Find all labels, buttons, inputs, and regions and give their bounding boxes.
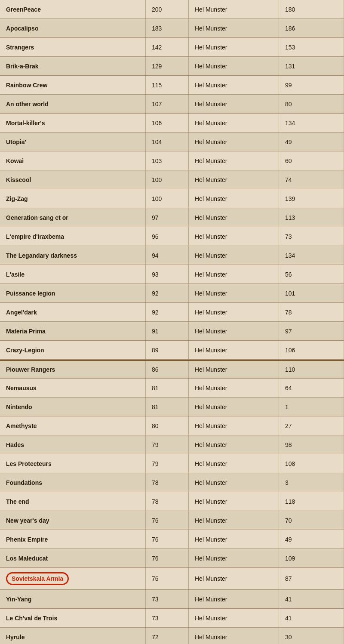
score-value: 78 bbox=[146, 492, 189, 511]
score-value: 81 bbox=[146, 379, 189, 397]
guild-name: Materia Prima bbox=[0, 322, 146, 340]
server-name: Hel Munster bbox=[189, 19, 279, 37]
score-value: 76 bbox=[146, 549, 189, 567]
guild-name: Angel'dark bbox=[0, 303, 146, 321]
guild-name: Le Ch'val de Trois bbox=[0, 609, 146, 627]
table-row: Rainbow Crew115Hel Munster99 bbox=[0, 76, 344, 95]
table-row: Puissance legion92Hel Munster101 bbox=[0, 284, 344, 303]
secondary-score: 153 bbox=[279, 38, 344, 56]
score-value: 76 bbox=[146, 568, 189, 589]
guild-name: Apocalipso bbox=[0, 19, 146, 37]
guild-name: Hades bbox=[0, 435, 146, 454]
server-name: Hel Munster bbox=[189, 549, 279, 567]
guild-name: Nintendo bbox=[0, 397, 146, 416]
server-name: Hel Munster bbox=[189, 95, 279, 113]
guild-name: L'empire d'iraxbema bbox=[0, 227, 146, 246]
guild-name: Sovietskaia Armia bbox=[0, 568, 146, 589]
secondary-score: 41 bbox=[279, 590, 344, 608]
server-name: Hel Munster bbox=[189, 435, 279, 454]
score-value: 92 bbox=[146, 303, 189, 321]
table-row: The Legandary darkness94Hel Munster134 bbox=[0, 246, 344, 265]
leaderboard-table: GreenPeace200Hel Munster180Apocalipso183… bbox=[0, 0, 344, 644]
score-value: 200 bbox=[146, 0, 189, 18]
guild-name: Mortal-killer's bbox=[0, 114, 146, 132]
score-value: 107 bbox=[146, 95, 189, 113]
server-name: Hel Munster bbox=[189, 76, 279, 94]
guild-name: L'asile bbox=[0, 265, 146, 283]
secondary-score: 56 bbox=[279, 265, 344, 283]
server-name: Hel Munster bbox=[189, 303, 279, 321]
score-value: 115 bbox=[146, 76, 189, 94]
secondary-score: 113 bbox=[279, 208, 344, 227]
server-name: Hel Munster bbox=[189, 38, 279, 56]
score-value: 183 bbox=[146, 19, 189, 37]
secondary-score: 109 bbox=[279, 549, 344, 567]
secondary-score: 80 bbox=[279, 95, 344, 113]
guild-name: Utopia' bbox=[0, 132, 146, 151]
secondary-score: 78 bbox=[279, 303, 344, 321]
secondary-score: 99 bbox=[279, 76, 344, 94]
server-name: Hel Munster bbox=[189, 189, 279, 208]
score-value: 104 bbox=[146, 132, 189, 151]
server-name: Hel Munster bbox=[189, 114, 279, 132]
guild-name: Los Maleducat bbox=[0, 549, 146, 567]
secondary-score: 64 bbox=[279, 379, 344, 397]
secondary-score: 98 bbox=[279, 435, 344, 454]
secondary-score: 73 bbox=[279, 227, 344, 246]
table-row: Angel'dark92Hel Munster78 bbox=[0, 303, 344, 322]
guild-name: Hyrule bbox=[0, 628, 146, 644]
guild-name: Nemausus bbox=[0, 379, 146, 397]
table-row: Utopia'104Hel Munster49 bbox=[0, 132, 344, 151]
score-value: 106 bbox=[146, 114, 189, 132]
table-row: Zig-Zag100Hel Munster139 bbox=[0, 189, 344, 208]
table-row: Kisscool100Hel Munster74 bbox=[0, 170, 344, 189]
server-name: Hel Munster bbox=[189, 568, 279, 589]
table-row: Brik-a-Brak129Hel Munster131 bbox=[0, 57, 344, 76]
guild-name: Phenix Empire bbox=[0, 530, 146, 548]
score-value: 78 bbox=[146, 473, 189, 492]
table-row: Generation sang et or97Hel Munster113 bbox=[0, 208, 344, 227]
server-name: Hel Munster bbox=[189, 361, 279, 378]
score-value: 129 bbox=[146, 57, 189, 75]
server-name: Hel Munster bbox=[189, 0, 279, 18]
score-value: 72 bbox=[146, 628, 189, 644]
score-value: 89 bbox=[146, 341, 189, 359]
secondary-score: 139 bbox=[279, 189, 344, 208]
guild-name: New year's day bbox=[0, 511, 146, 530]
score-value: 100 bbox=[146, 189, 189, 208]
guild-name: An other world bbox=[0, 95, 146, 113]
score-value: 93 bbox=[146, 265, 189, 283]
secondary-score: 134 bbox=[279, 114, 344, 132]
table-row: Mortal-killer's106Hel Munster134 bbox=[0, 114, 344, 132]
secondary-score: 87 bbox=[279, 568, 344, 589]
guild-name: Crazy-Legion bbox=[0, 341, 146, 359]
secondary-score: 106 bbox=[279, 341, 344, 359]
server-name: Hel Munster bbox=[189, 530, 279, 548]
server-name: Hel Munster bbox=[189, 511, 279, 530]
table-row: New year's day76Hel Munster70 bbox=[0, 511, 344, 530]
guild-name: Rainbow Crew bbox=[0, 76, 146, 94]
server-name: Hel Munster bbox=[189, 473, 279, 492]
server-name: Hel Munster bbox=[189, 322, 279, 340]
server-name: Hel Munster bbox=[189, 454, 279, 473]
score-value: 73 bbox=[146, 590, 189, 608]
secondary-score: 27 bbox=[279, 416, 344, 435]
table-row: Hades79Hel Munster98 bbox=[0, 435, 344, 454]
score-value: 92 bbox=[146, 284, 189, 302]
secondary-score: 41 bbox=[279, 609, 344, 627]
secondary-score: 74 bbox=[279, 170, 344, 189]
secondary-score: 186 bbox=[279, 19, 344, 37]
score-value: 80 bbox=[146, 416, 189, 435]
server-name: Hel Munster bbox=[189, 609, 279, 627]
secondary-score: 118 bbox=[279, 492, 344, 511]
table-row: Sovietskaia Armia76Hel Munster87 bbox=[0, 568, 344, 590]
server-name: Hel Munster bbox=[189, 208, 279, 227]
score-value: 100 bbox=[146, 170, 189, 189]
table-row: Hyrule72Hel Munster30 bbox=[0, 628, 344, 644]
table-row: GreenPeace200Hel Munster180 bbox=[0, 0, 344, 19]
guild-name: Foundations bbox=[0, 473, 146, 492]
table-row: L'empire d'iraxbema96Hel Munster73 bbox=[0, 227, 344, 246]
secondary-score: 110 bbox=[279, 361, 344, 378]
table-row: Amethyste80Hel Munster27 bbox=[0, 416, 344, 435]
table-row: An other world107Hel Munster80 bbox=[0, 95, 344, 114]
